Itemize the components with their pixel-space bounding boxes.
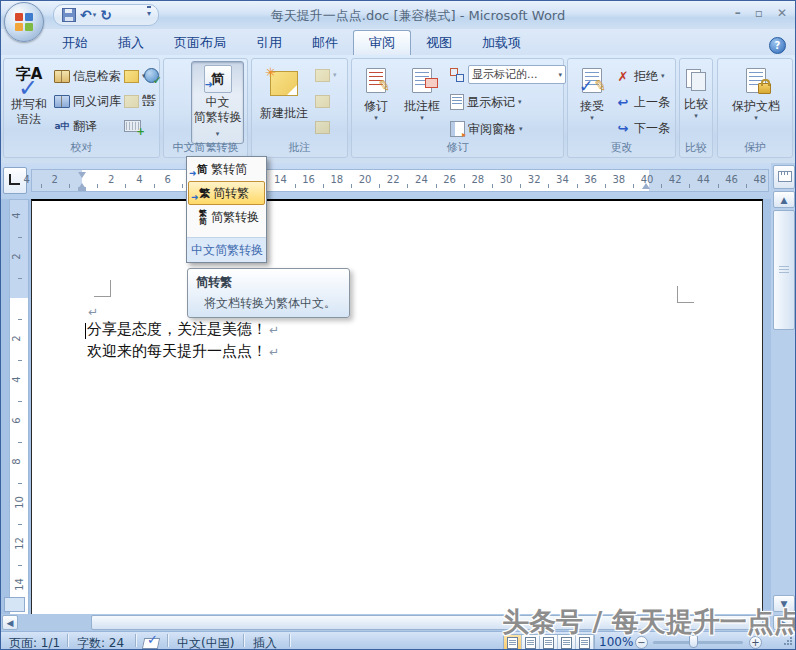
spelling-grammar-button[interactable]: 字A ✓ 拼写和 语法 (8, 62, 50, 142)
vertical-scrollbar[interactable]: ▲ ▼ (771, 163, 796, 614)
menu-item-traditional-to-simplified[interactable]: 简➜ 繁转简 (187, 157, 266, 181)
document-line-2[interactable]: 欢迎来的每天提升一点点！↵ (87, 342, 279, 361)
reviewing-pane-caret-icon: ▾ (519, 125, 523, 133)
redo-button[interactable]: ↻ (100, 6, 112, 24)
h-ruler-number: 48 (753, 174, 767, 185)
scroll-up-button[interactable]: ▲ (773, 191, 795, 208)
minimize-button[interactable]: – (735, 6, 741, 20)
group-label-tracking[interactable]: 修订 (352, 140, 563, 155)
spellcheck-status-button[interactable]: ✓ (143, 635, 161, 647)
office-button[interactable] (4, 2, 44, 42)
v-ruler-number: 2 (11, 253, 22, 259)
h-ruler-number: 34 (555, 174, 569, 185)
previous-change-button[interactable]: ↩ 上一条 (615, 91, 670, 113)
v-ruler-tick (18, 319, 22, 320)
group-label-changes[interactable]: 更改 (568, 140, 675, 155)
display-for-review-value: 显示标记的... (472, 67, 538, 82)
tab-review[interactable]: 审阅 (353, 30, 411, 55)
language-globe-icon (144, 68, 159, 83)
v-ruler-tick (18, 483, 22, 484)
language-indicator[interactable]: 中文(中国) (177, 635, 234, 650)
h-ruler-tick (577, 184, 578, 188)
text-boundary-mark-left (94, 280, 111, 297)
delete-comment-button[interactable]: ▾ (315, 64, 337, 86)
status-separator (167, 634, 168, 647)
save-button[interactable] (62, 6, 76, 24)
document-line-1[interactable]: 分享是态度，关注是美德！↵ (87, 320, 279, 339)
accept-button[interactable]: ✓ ✎ 接受 ▾ (572, 62, 612, 142)
tab-addins[interactable]: 加载项 (467, 31, 536, 55)
previous-comment-button[interactable] (315, 90, 330, 112)
page-indicator[interactable]: 页面: 1/1 (9, 635, 60, 650)
help-button[interactable]: ? (769, 37, 786, 54)
next-change-label: 下一条 (634, 120, 670, 137)
tab-mailings[interactable]: 邮件 (297, 31, 353, 55)
customize-qat-button[interactable]: ▾ (147, 6, 151, 18)
vertical-scroll-thumb[interactable] (773, 210, 795, 330)
insert-mode-indicator[interactable]: 插入 (253, 635, 277, 650)
chinese-caret-icon: ▾ (216, 130, 220, 138)
set-language-button[interactable] (144, 64, 159, 86)
scroll-left-button[interactable]: ◀ (2, 615, 18, 630)
restore-button[interactable]: ▫ (755, 6, 763, 20)
h-ruler-number: 32 (527, 174, 541, 185)
tooltip: 简转繁 将文档转换为繁体中文。 (187, 268, 350, 318)
horizontal-ruler[interactable]: 4224681012141618202224262830323436384042… (31, 169, 769, 192)
tab-references[interactable]: 引用 (241, 31, 297, 55)
undo-caret-icon[interactable]: ▾ (93, 12, 97, 19)
h-ruler-tick (41, 184, 42, 188)
v-ruler-number: 6 (11, 417, 22, 423)
menu-item-simplified-to-traditional[interactable]: 繁➜ 简转繁 (188, 181, 265, 205)
menu-item-convert[interactable]: 繁简 简繁转换 (187, 205, 266, 229)
group-label-compare[interactable]: 比较 (680, 140, 712, 155)
tab-insert[interactable]: 插入 (103, 31, 159, 55)
chinese-label-1: 中文 (206, 95, 230, 109)
group-label-comments[interactable]: 批注 (252, 140, 347, 155)
menu-item-label: 繁转简 (211, 161, 247, 178)
close-button[interactable]: ✕ (777, 6, 787, 20)
new-comment-button[interactable]: ✳ 新建批注 (256, 62, 312, 142)
keyboard-button[interactable] (124, 115, 141, 137)
ruler-toggle-button[interactable] (773, 165, 795, 189)
display-for-review-combo[interactable]: 显示标记的... ▾ (468, 65, 566, 84)
group-label-chinese[interactable]: 中文简繁转换 (164, 140, 247, 155)
research-pane-button[interactable]: ▾ (124, 65, 146, 87)
h-ruler-tick (520, 184, 521, 188)
v-ruler-number: 8 (11, 458, 22, 464)
translate-button[interactable]: a中 翻译 (54, 115, 97, 137)
vertical-ruler[interactable]: 422468101214 (9, 199, 29, 614)
paragraph-mark: ↵ (269, 345, 279, 359)
word-count-button[interactable]: ABC123 (142, 89, 156, 111)
tab-stop-icon (9, 174, 20, 185)
document-page[interactable]: ↵ 分享是态度，关注是美德！↵ 欢迎来的每天提升一点点！↵ (31, 199, 763, 614)
group-tracking: ✎ 修订 ▾ 批注框 ▾ 显示标记的... ▾ 显示标记 (351, 58, 564, 158)
group-label-proofing[interactable]: 校对 (4, 140, 159, 155)
balloons-button[interactable]: 批注框 ▾ (398, 62, 446, 142)
reject-button[interactable]: ✗ 拒绝 ▾ (615, 65, 665, 87)
reviewing-pane-button[interactable]: 审阅窗格 ▾ (450, 118, 523, 140)
translation-screentip-button[interactable] (124, 90, 139, 112)
compare-button[interactable]: 比较 ▾ (681, 62, 711, 142)
zoom-slider-track[interactable] (653, 641, 743, 644)
previous-change-icon: ↩ (615, 94, 631, 110)
next-comment-button[interactable] (315, 116, 330, 138)
word-count-indicator[interactable]: 字数: 24 (77, 635, 124, 650)
thesaurus-button[interactable]: 同义词库 (54, 90, 121, 112)
protect-document-button[interactable]: 保护文档 ▾ (723, 62, 789, 142)
tab-page-layout[interactable]: 页面布局 (159, 31, 241, 55)
tab-home[interactable]: 开始 (47, 31, 103, 55)
spelling-label-2: 语法 (17, 112, 41, 126)
show-markup-button[interactable]: 显示标记 ▾ (450, 91, 522, 113)
left-indent-marker[interactable] (78, 187, 86, 191)
chinese-conversion-icon: 简 ➜ (204, 65, 232, 93)
chinese-conversion-button[interactable]: 简 ➜ 中文 简繁转换 ▾ (191, 61, 244, 144)
group-label-protect[interactable]: 保护 (718, 140, 792, 155)
research-book-icon (54, 68, 70, 84)
research-button[interactable]: 信息检索 (54, 65, 121, 87)
undo-button[interactable]: ↶▾ (80, 6, 96, 24)
track-changes-button[interactable]: ✎ 修订 ▾ (356, 62, 396, 142)
window-controls: – ▫ ✕ (735, 6, 787, 20)
tab-view[interactable]: 视图 (411, 31, 467, 55)
next-change-button[interactable]: ↪ 下一条 (615, 117, 670, 139)
group-compare: 比较 ▾ 比较 (679, 58, 713, 158)
